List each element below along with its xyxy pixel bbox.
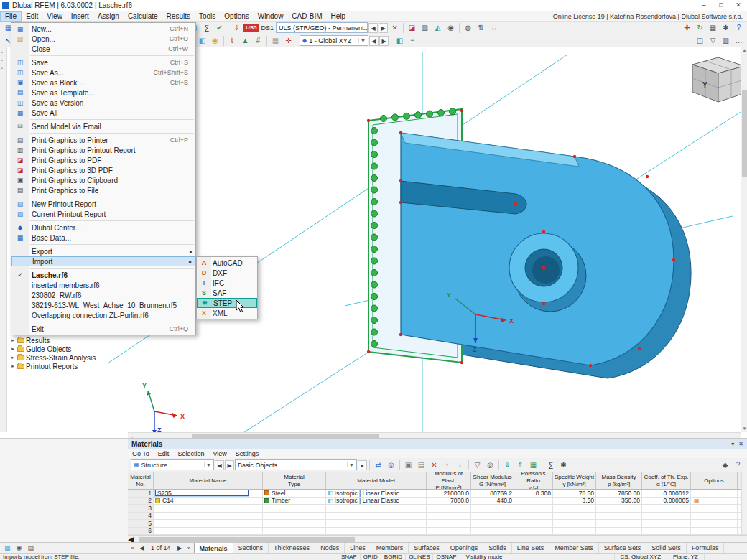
cell-name[interactable]: C14 <box>154 498 263 505</box>
table-settings-icon[interactable]: ✱ <box>557 459 570 470</box>
calculate-all-icon[interactable]: ∑ <box>200 22 213 33</box>
tab-openings[interactable]: Openings <box>445 543 484 554</box>
visibility-icon[interactable]: ◍ <box>462 22 474 33</box>
tab-solid-sets[interactable]: Solid Sets <box>646 543 687 554</box>
cell-gamma[interactable] <box>553 520 596 527</box>
file-menu-item-dlubal-center[interactable]: ◆Dlubal Center... <box>11 223 195 233</box>
tab-members[interactable]: Members <box>371 543 409 554</box>
materials-menu-view[interactable]: View <box>208 450 231 457</box>
cell-options[interactable] <box>691 513 738 520</box>
move-down-icon[interactable]: ↓ <box>454 459 466 470</box>
cell-G[interactable] <box>471 505 514 512</box>
file-menu-item-save-as-template[interactable]: ▤Save as Template... <box>11 88 195 98</box>
file-menu-item-230802-rw-rf6[interactable]: 230802_RW.rf6 <box>11 290 195 300</box>
show-supports-icon[interactable]: ▲ <box>239 35 251 46</box>
cell-G[interactable] <box>471 520 514 527</box>
table-expand-button[interactable]: ▸ <box>358 460 367 470</box>
chevron-down-icon[interactable]: ▼ <box>347 462 354 467</box>
cs-previous-button[interactable]: ◀ <box>369 36 379 46</box>
menubar-item-file[interactable]: File <box>0 11 22 22</box>
cell-rho[interactable] <box>596 528 642 535</box>
viewport-vertical-scrollbar[interactable]: ▲ ▼ <box>741 47 747 432</box>
cell-rho[interactable] <box>596 520 642 527</box>
pin-table-icon[interactable]: ◆ <box>719 459 731 470</box>
materials-menu-settings[interactable]: Settings <box>231 450 264 457</box>
options-icon[interactable]: ▦ <box>694 498 700 504</box>
cell-name[interactable] <box>154 513 263 520</box>
file-menu-item-export[interactable]: Export▸ <box>11 246 195 256</box>
file-menu-item-save-as-version[interactable]: ◫Save as Version <box>11 98 195 108</box>
print-view-icon[interactable]: ▤ <box>27 544 34 551</box>
tab-nodes[interactable]: Nodes <box>315 543 345 554</box>
file-menu-item-print-graphics-to-file[interactable]: ▤Print Graphics to File <box>11 185 195 195</box>
excel-export-icon[interactable]: ▦ <box>527 459 539 470</box>
last-table-button[interactable]: » <box>185 545 194 551</box>
dock-panel-icon[interactable]: ▪ <box>1 66 6 70</box>
first-table-button[interactable]: « <box>128 545 137 551</box>
cell-no[interactable]: 5 <box>128 520 154 527</box>
regenerate-icon[interactable]: ↻ <box>694 22 706 33</box>
cell-E[interactable]: 210000.0 <box>427 490 471 497</box>
file-menu-item-new[interactable]: ▦New...Ctrl+N <box>11 24 195 34</box>
cell-name[interactable] <box>154 520 263 527</box>
tab-sections[interactable]: Sections <box>233 543 269 554</box>
previous-load-case-button[interactable]: ◀ <box>368 23 378 33</box>
sync-selection-icon[interactable]: ◎ <box>385 459 397 470</box>
status-toggle-glines[interactable]: GLINES <box>405 554 432 560</box>
renumber-icon[interactable]: ⇅ <box>475 22 487 33</box>
relations-icon[interactable]: ⇄ <box>372 459 384 470</box>
panel-toggle-icon[interactable]: ▥ <box>720 35 732 46</box>
status-toggle-grid[interactable]: GRID <box>360 554 381 560</box>
cell-no[interactable]: 1 <box>128 490 154 497</box>
import-item-autocad[interactable]: AAutoCAD <box>197 258 257 268</box>
file-menu-item-close[interactable]: CloseCtrl+W <box>11 44 195 54</box>
file-menu-item-print-graphics-to-clipboard[interactable]: ▣Print Graphics to Clipboard <box>11 175 195 185</box>
menubar-item-calculate[interactable]: Calculate <box>124 11 162 22</box>
cell-rho[interactable] <box>596 513 642 520</box>
visibility-mode[interactable]: Visibility mode <box>460 554 509 560</box>
import-item-saf[interactable]: SSAF <box>197 288 257 298</box>
cell-model[interactable] <box>326 528 427 535</box>
file-menu-item-current-printout-report[interactable]: ▨Current Printout Report <box>11 209 195 219</box>
menubar-item-cad-bim[interactable]: CAD-BIM <box>287 11 326 22</box>
program-settings-icon[interactable]: ✱ <box>720 22 732 33</box>
navigator-item-guide-objects[interactable]: ▸Guide Objects <box>10 345 125 353</box>
load-cases-icon[interactable]: ⇓ <box>231 22 243 33</box>
import-table-icon[interactable]: ⇓ <box>501 459 514 470</box>
rendering-icon[interactable]: ◉ <box>209 35 221 46</box>
cell-type[interactable] <box>263 505 326 512</box>
clipping-plane-icon[interactable]: ◭ <box>432 22 444 33</box>
table-view-combo[interactable]: Basic Objects▼ <box>235 459 357 470</box>
column-header-modulus-of-elast-e-n-mm[interactable]: Modulus of Elast.E [N/mm²] <box>427 472 471 489</box>
cell-G[interactable]: 440.0 <box>471 498 514 505</box>
cell-type[interactable] <box>263 528 326 535</box>
cell-model[interactable] <box>326 520 427 527</box>
camera-icon[interactable]: ◉ <box>445 22 457 33</box>
cell-name[interactable] <box>154 505 263 512</box>
cell-gamma[interactable] <box>553 505 596 512</box>
cell-type[interactable] <box>263 520 326 527</box>
cell-options[interactable] <box>691 505 738 512</box>
cell-name[interactable] <box>154 528 263 535</box>
cell-model[interactable] <box>326 513 427 520</box>
cell-rho[interactable] <box>596 505 642 512</box>
file-menu-item-base-data[interactable]: ▦Base Data... <box>11 233 195 243</box>
cell-E[interactable]: 7000.0 <box>427 498 471 505</box>
show-numbering-icon[interactable]: # <box>252 35 264 46</box>
file-menu-item-save-as[interactable]: ◫Save As...Ctrl+Shift+S <box>11 67 195 78</box>
cell-alpha[interactable] <box>642 505 691 512</box>
table-vertical-scrollbar[interactable] <box>741 472 747 534</box>
cell-nu[interactable] <box>514 520 553 527</box>
design-situation-badge[interactable]: US5 <box>243 24 259 32</box>
import-item-ifc[interactable]: IIFC <box>197 278 257 288</box>
delete-row-icon[interactable]: ✕ <box>428 459 440 470</box>
file-menu-item-print-graphics-to-printer[interactable]: ▤Print Graphics to PrinterCtrl+P <box>11 135 195 145</box>
cell-options[interactable] <box>691 528 738 535</box>
cell-gamma[interactable]: 3.50 <box>553 498 596 505</box>
import-item-xml[interactable]: XXML <box>197 308 257 318</box>
display-settings-icon[interactable]: ▦ <box>707 22 719 33</box>
column-header-shear-modulus-g-n-mm[interactable]: Shear ModulusG [N/mm²] <box>471 472 514 489</box>
cs-next-button[interactable]: ▶ <box>379 36 389 46</box>
viewport-vscroll-thumb[interactable] <box>742 90 747 177</box>
materials-menu-go-to[interactable]: Go To <box>128 450 154 457</box>
